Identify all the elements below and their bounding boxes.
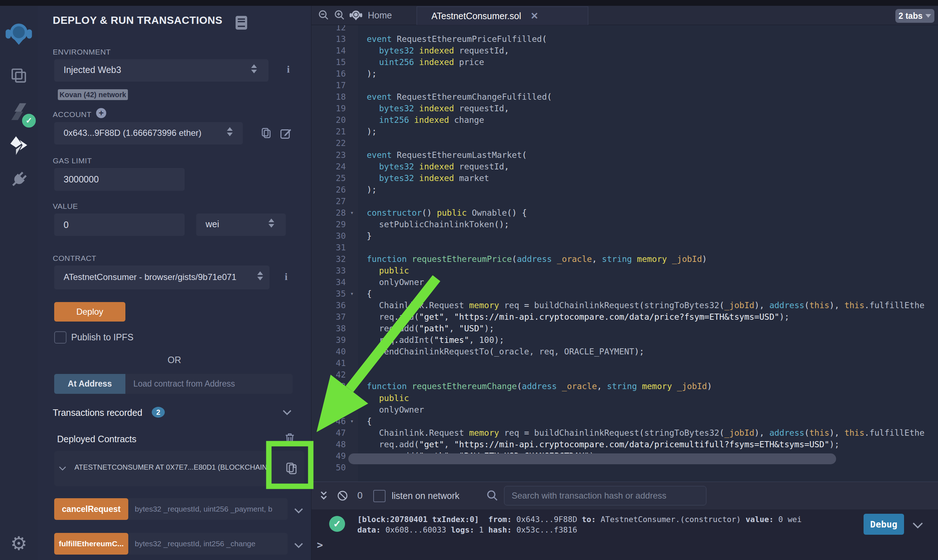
code-line: 27 <box>311 195 938 207</box>
contract-info-icon[interactable]: i <box>285 271 288 283</box>
file-explorer-icon[interactable] <box>0 66 38 87</box>
documentation-icon[interactable] <box>235 15 248 32</box>
or-divider: OR <box>38 355 311 365</box>
line-number: 17 <box>311 80 346 91</box>
code-line: 30} <box>311 230 938 242</box>
expand-terminal-icon[interactable] <box>318 489 330 504</box>
plugin-manager-icon[interactable] <box>0 169 38 190</box>
function-expand-chevron-icon[interactable] <box>294 505 303 513</box>
instance-collapse-chevron-icon[interactable] <box>59 463 66 471</box>
line-number: 19 <box>311 103 346 114</box>
code-lines: 1213event RequestEthereumPriceFulfilled(… <box>311 22 938 473</box>
zoom-out-icon[interactable] <box>318 9 330 23</box>
code-line: 19bytes32 indexed requestId, <box>311 103 938 114</box>
line-number: 37 <box>311 311 346 323</box>
line-number: 47 <box>311 427 346 438</box>
fold-caret-icon <box>346 380 358 392</box>
select-arrows-icon <box>251 64 257 73</box>
code-line: 24bytes32 indexed requestId, <box>311 161 938 172</box>
code-line: 20int256 indexed change <box>311 114 938 126</box>
transactions-count-badge: 2 <box>152 407 165 418</box>
environment-select[interactable]: Injected Web3 <box>54 59 269 82</box>
listen-network-checkbox[interactable] <box>373 490 386 502</box>
log-expand-chevron-icon[interactable] <box>913 518 923 529</box>
fold-caret-icon[interactable]: ▾ <box>346 415 358 427</box>
clear-console-icon[interactable] <box>337 489 349 503</box>
fulfillethereumchange-params[interactable]: bytes32 _requestId, int256 _change <box>128 533 288 555</box>
line-number: 13 <box>311 33 346 45</box>
tab-home[interactable]: Home <box>349 6 392 25</box>
value-input[interactable] <box>54 214 185 236</box>
at-address-input[interactable]: Load contract from Address <box>125 374 293 394</box>
terminal: 0 listen on network ✓ [block:20780401 tx… <box>311 482 938 560</box>
line-number: 26 <box>311 184 346 195</box>
code-line: 15uint256 indexed price <box>311 56 938 68</box>
add-account-icon[interactable]: + <box>96 108 106 118</box>
pending-tx-count: 0 <box>357 490 362 501</box>
clear-instances-trash-icon[interactable] <box>283 431 296 446</box>
line-number: 40 <box>311 346 346 357</box>
code-line: 25bytes32 indexed market <box>311 172 938 184</box>
fold-caret-icon <box>346 242 358 253</box>
fold-caret-icon <box>346 172 358 184</box>
fold-caret-icon <box>346 427 358 438</box>
code-editor[interactable]: 1213event RequestEthereumPriceFulfilled(… <box>311 6 938 482</box>
line-number: 33 <box>311 265 346 276</box>
deploy-run-icon[interactable] <box>0 134 38 157</box>
fold-caret-icon <box>346 369 358 380</box>
fold-caret-icon <box>346 300 358 311</box>
terminal-prompt[interactable]: > <box>317 539 323 551</box>
code-line: 22 <box>311 137 938 149</box>
edit-account-icon[interactable] <box>279 126 293 142</box>
copy-account-icon[interactable] <box>260 126 273 142</box>
account-select[interactable]: 0x643...9F88D (1.666673996 ether) <box>54 122 243 145</box>
tabs-count-dropdown[interactable]: 2 tabs <box>895 9 934 23</box>
value-unit-select[interactable]: wei <box>196 214 286 236</box>
transactions-expand-chevron-icon[interactable] <box>283 406 291 415</box>
contract-instance-row[interactable]: ATESTNETCONSUMER AT 0X7E7...E80D1 (BLOCK… <box>54 451 304 486</box>
environment-info-icon[interactable]: i <box>287 64 290 75</box>
code-line: 31 <box>311 242 938 253</box>
function-expand-chevron-icon[interactable] <box>294 539 303 548</box>
copy-instance-icon[interactable] <box>284 461 299 478</box>
fold-caret-icon <box>346 323 358 334</box>
fulfillethereumchange-button[interactable]: fulfillEthereumC... <box>54 533 128 555</box>
publish-ipfs-checkbox[interactable] <box>54 331 66 344</box>
transaction-log-line: [block:20780401 txIndex:0] from: 0x643..… <box>357 514 802 525</box>
fold-caret-icon <box>346 114 358 126</box>
terminal-search-input[interactable] <box>504 486 706 505</box>
cancelrequest-params[interactable]: bytes32 _requestId, uint256 _payment, b <box>128 498 288 520</box>
zoom-in-icon[interactable] <box>334 9 346 23</box>
deploy-run-panel: DEPLOY & RUN TRANSACTIONS ENVIRONMENT In… <box>38 6 311 560</box>
line-number: 46 <box>311 415 346 427</box>
deployed-contracts-label: Deployed Contracts <box>57 434 137 445</box>
fold-caret-icon <box>346 265 358 276</box>
line-number: 29 <box>311 218 346 230</box>
line-number: 34 <box>311 276 346 288</box>
deploy-button[interactable]: Deploy <box>54 302 125 322</box>
fold-caret-icon <box>346 276 358 288</box>
debug-button[interactable]: Debug <box>864 514 904 535</box>
code-line: 21); <box>311 126 938 137</box>
cancelrequest-button[interactable]: cancelRequest <box>54 498 128 520</box>
tab-close-icon[interactable]: ✕ <box>531 11 538 22</box>
fold-caret-icon <box>346 404 358 415</box>
terminal-toolbar: 0 listen on network <box>311 482 938 509</box>
settings-gear-icon[interactable]: ⚙ <box>0 532 38 554</box>
remix-home-icon <box>349 8 363 22</box>
contract-select[interactable]: ATestnetConsumer - browser/gists/9b71e07… <box>54 266 269 289</box>
account-label: ACCOUNT <box>53 110 91 119</box>
remix-logo-icon[interactable] <box>0 20 38 48</box>
tab-home-label: Home <box>368 10 392 21</box>
gas-limit-input[interactable] <box>54 168 185 191</box>
code-line: 26); <box>311 184 938 195</box>
at-address-button[interactable]: At Address <box>54 374 125 394</box>
fold-caret-icon[interactable]: ▾ <box>346 288 358 300</box>
code-line: 47Chainlink.Request memory req = buildCh… <box>311 427 938 438</box>
tab-active-file[interactable]: ATestnetConsumer.sol ✕ <box>417 6 588 25</box>
code-line: 28▾constructor() public Ownable() { <box>311 207 938 218</box>
editor-horizontal-scrollbar[interactable] <box>348 454 836 464</box>
fold-caret-icon[interactable]: ▾ <box>346 207 358 218</box>
fold-caret-icon <box>346 184 358 195</box>
transaction-log[interactable]: [block:20780401 txIndex:0] from: 0x643..… <box>357 514 802 535</box>
